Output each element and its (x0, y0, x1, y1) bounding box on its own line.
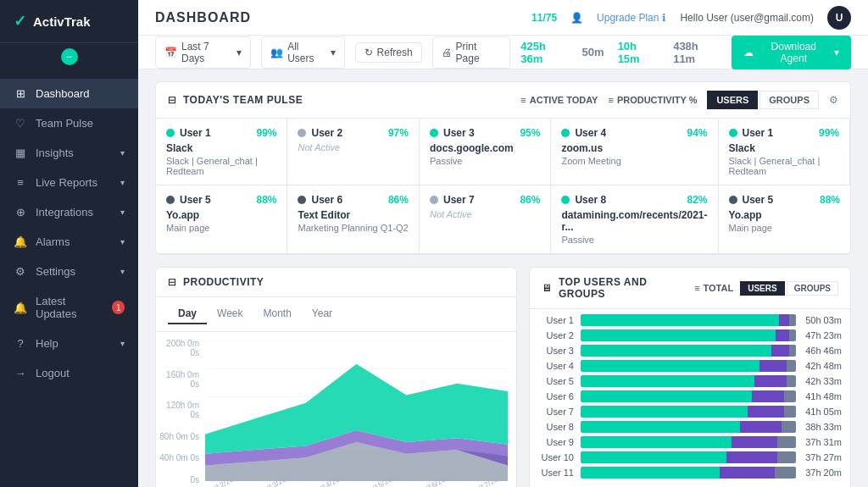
bar-undefined (784, 390, 796, 402)
all-users-button[interactable]: 👥 All Users ▾ (261, 36, 344, 69)
top-users-tab-group: ≡ TOTAL USERS GROUPS (694, 281, 838, 296)
pulse-user-name-text: User 3 (443, 127, 475, 139)
upgrade-label: Upgrade Plan (597, 12, 659, 24)
sidebar-item-label: Logout (36, 367, 70, 379)
user-bar-row: User 5 42h 33m (538, 375, 842, 387)
user-bar-time: 46h 46m (803, 346, 842, 356)
productivity-pct-label: ≡ PRODUCTIVITY % (608, 95, 697, 105)
y-axis-labels: 200h 0m 0s 160h 0m 0s 120h 0m 0s 80h 0m … (156, 339, 203, 484)
logo-icon: ✓ (14, 12, 26, 30)
page-title: DASHBOARD (155, 10, 251, 25)
sidebar-item-alarms[interactable]: 🔔 Alarms ▾ (0, 227, 138, 257)
pulse-percent: 88% (256, 194, 276, 206)
pulse-inactive-text: Not Active (298, 142, 408, 152)
sidebar-item-dashboard[interactable]: ⊞ Dashboard (0, 79, 138, 108)
user-bar-label: User 6 (538, 391, 574, 401)
alarm-icon: 🔔 (14, 235, 27, 248)
sidebar: ✓ ActivTrak − ⊞ Dashboard ♡ Team Pulse ▦… (0, 0, 138, 487)
top-users-title: TOP USERS AND GROUPS (559, 276, 681, 300)
print-button[interactable]: 🖨 Print Page (432, 36, 511, 69)
user-bar-time: 42h 48m (803, 361, 842, 371)
pulse-cell: User 4 94% zoom.us Zoom Meeting (551, 119, 718, 185)
tab-day[interactable]: Day (168, 304, 207, 324)
bar-productive (581, 375, 754, 387)
tab-month[interactable]: Month (253, 304, 301, 324)
bar-productive (581, 451, 726, 463)
upgrade-link[interactable]: Upgrade Plan ℹ (597, 12, 666, 24)
download-agent-button[interactable]: ☁ Download Agent ▾ (732, 36, 851, 69)
date-range-button[interactable]: 📅 Last 7 Days ▾ (155, 36, 251, 69)
sidebar-item-label: Team Pulse (36, 117, 93, 130)
user-status-dot (298, 129, 306, 137)
pulse-app-name: datamining.com/recents/2021-r... (561, 209, 707, 233)
pulse-header-icon: ⊟ (168, 94, 176, 106)
filter-icon: ≡ (520, 95, 526, 105)
pulse-app-name: docs.google.com (430, 142, 540, 154)
pulse-app-name: Yo.app (166, 209, 276, 221)
time-stat-2: 50m (582, 46, 604, 58)
refresh-button[interactable]: ↻ Refresh (355, 42, 422, 63)
sidebar-item-label: Dashboard (36, 87, 90, 100)
bar-undefined (789, 314, 796, 326)
user-icon: 👤 (570, 12, 583, 24)
team-pulse-header: ⊟ TODAY'S TEAM PULSE ≡ ACTIVE TODAY ≡ PR… (156, 82, 850, 119)
sidebar-item-integrations[interactable]: ⊕ Integrations ▾ (0, 197, 138, 227)
pulse-cell: User 6 86% Text Editor Marketing Plannin… (287, 185, 419, 254)
pulse-percent: 86% (520, 194, 540, 206)
sidebar-item-settings[interactable]: ⚙ Settings ▾ (0, 257, 138, 286)
refresh-label: Refresh (377, 47, 413, 58)
sidebar-item-team-pulse[interactable]: ♡ Team Pulse (0, 108, 138, 138)
sidebar-item-insights[interactable]: ▦ Insights ▾ (0, 138, 138, 168)
bar-productive (581, 314, 779, 326)
top-users-header: 🖥 TOP USERS AND GROUPS ≡ TOTAL USERS GRO… (530, 268, 850, 309)
user-bar-row: User 8 38h 33m (538, 421, 842, 433)
productivity-title: PRODUCTIVITY (183, 276, 264, 288)
user-bar-row: User 4 42h 48m (538, 360, 842, 372)
chevron-icon: ▾ (120, 148, 125, 158)
user-bar-time: 42h 33m (803, 376, 842, 386)
user-bar-row: User 1 50h 03m (538, 314, 842, 326)
pulse-app-detail: Slack | General_chat | Redteam (166, 156, 276, 176)
user-count: 11/75 (531, 12, 557, 24)
pulse-cell: User 5 88% Yo.app Main page (156, 185, 287, 254)
user-status-dot (729, 196, 737, 204)
users-bar-list: User 1 50h 03m User 2 47h 23m User 3 46h… (530, 309, 850, 487)
sidebar-collapse-button[interactable]: − (61, 48, 78, 65)
user-bar-track (581, 467, 796, 479)
hello-user-text: Hello User (user@gmail.com) (680, 12, 814, 24)
groups-tab-top[interactable]: GROUPS (787, 281, 838, 296)
user-bar-time: 47h 23m (803, 330, 842, 340)
y-label-1: 160h 0m 0s (156, 370, 203, 389)
tab-year[interactable]: Year (302, 304, 342, 324)
chart-svg-container (205, 340, 508, 481)
productivity-header: ⊟ PRODUCTIVITY (156, 268, 516, 297)
bar-unproductive (740, 421, 782, 433)
groups-tab[interactable]: GROUPS (760, 91, 819, 109)
settings-gear-icon[interactable]: ⚙ (829, 94, 838, 106)
sidebar-item-logout[interactable]: → Logout (0, 358, 138, 388)
pulse-user-name-text: User 1 (743, 127, 774, 139)
pulse-app-name: Yo.app (729, 209, 840, 221)
bar-productive (581, 467, 720, 479)
sidebar-item-label: Help (36, 337, 58, 350)
download-label: Download Agent (759, 41, 829, 64)
toolbar: 📅 Last 7 Days ▾ 👥 All Users ▾ ↻ Refresh … (138, 36, 868, 69)
pulse-app-name: Slack (729, 142, 839, 154)
tab-week[interactable]: Week (207, 304, 253, 324)
bar-unproductive (748, 406, 785, 418)
bar-undefined (789, 345, 796, 357)
user-status-dot (430, 196, 438, 204)
sidebar-item-label: Settings (36, 265, 75, 278)
user-bar-track (581, 451, 796, 463)
users-tab[interactable]: USERS (707, 91, 758, 109)
bar-undefined (777, 436, 796, 448)
sidebar-item-help[interactable]: ? Help ▾ (0, 329, 138, 358)
sidebar-item-live-reports[interactable]: ≡ Live Reports ▾ (0, 168, 138, 197)
user-status-dot (298, 196, 306, 204)
sidebar-item-latest-updates[interactable]: 🔔 Latest Updates 1 (0, 286, 138, 329)
users-tab-top[interactable]: USERS (740, 281, 784, 296)
refresh-icon: ↻ (364, 47, 373, 58)
pulse-cell: User 1 99% Slack Slack | General_chat | … (719, 119, 850, 185)
pulse-cell: User 8 82% datamining.com/recents/2021-r… (551, 185, 718, 254)
user-bar-track (581, 406, 796, 418)
